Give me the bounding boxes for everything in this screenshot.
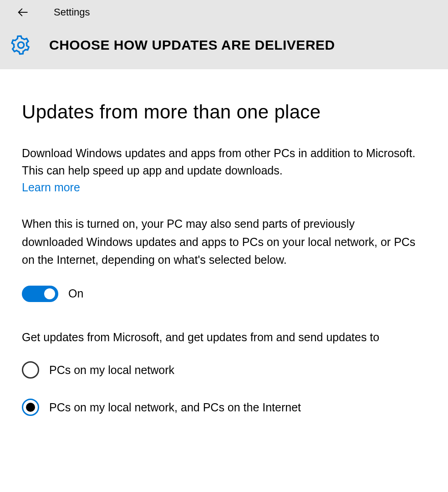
updates-toggle[interactable] — [22, 286, 58, 302]
radio-circle-icon — [22, 361, 39, 379]
gear-icon — [10, 34, 32, 56]
page-title: CHOOSE HOW UPDATES ARE DELIVERED — [49, 37, 335, 53]
toggle-row: On — [22, 286, 425, 302]
radio-prompt: Get updates from Microsoft, and get upda… — [22, 328, 418, 346]
header-top-row: Settings — [0, 0, 448, 25]
description-2: When this is turned on, your PC may also… — [22, 215, 418, 269]
toggle-label: On — [68, 287, 83, 300]
section-heading: Updates from more than one place — [22, 101, 425, 123]
gear-icon-wrap — [8, 34, 34, 56]
svg-point-1 — [18, 42, 24, 48]
radio-option-internet[interactable]: PCs on my local network, and PCs on the … — [22, 399, 425, 416]
radio-label-internet: PCs on my local network, and PCs on the … — [49, 401, 301, 414]
radio-label-local: PCs on my local network — [49, 364, 174, 377]
radio-circle-selected-icon — [22, 399, 39, 416]
toggle-knob — [44, 288, 55, 299]
description-1: Download Windows updates and apps from o… — [22, 145, 418, 179]
back-arrow-icon — [16, 6, 29, 19]
content: Updates from more than one place Downloa… — [0, 69, 448, 416]
header-title-row: CHOOSE HOW UPDATES ARE DELIVERED — [0, 25, 448, 66]
settings-label: Settings — [54, 6, 90, 18]
back-button[interactable] — [14, 3, 32, 21]
radio-dot-icon — [26, 403, 35, 412]
radio-option-local[interactable]: PCs on my local network — [22, 361, 425, 379]
header: Settings CHOOSE HOW UPDATES ARE DELIVERE… — [0, 0, 448, 69]
learn-more-link[interactable]: Learn more — [22, 181, 80, 194]
